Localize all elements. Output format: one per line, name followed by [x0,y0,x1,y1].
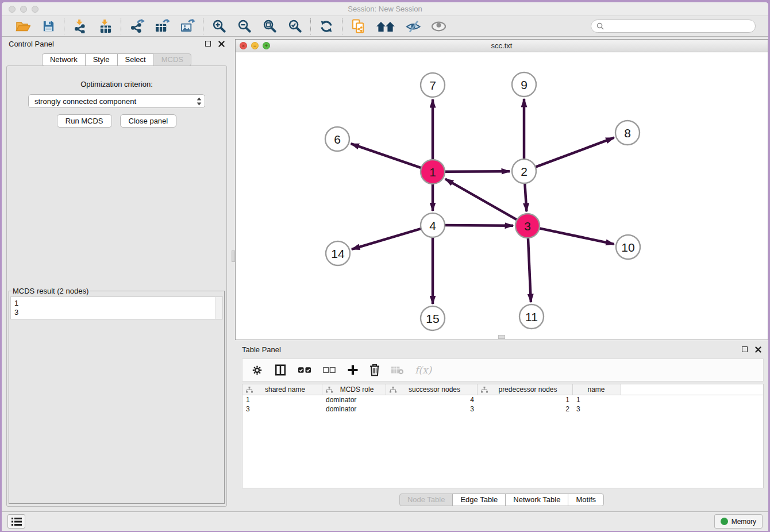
table-tabs: Node Table Edge Table Network Table Moti… [235,488,768,511]
copy-network-icon [351,19,365,33]
table-header-row: shared nameMCDS rolesuccessor nodesprede… [242,384,763,395]
import-table-button[interactable] [97,18,113,34]
table-cell: 1 [478,396,573,404]
result-scrollbar[interactable] [215,297,222,319]
export-table-icon [155,19,170,33]
network-splitter-grip[interactable] [498,335,505,339]
graph-edge-3-11[interactable] [528,237,531,302]
table-cell: dominator [322,396,386,404]
network-close-button[interactable]: × [240,42,247,49]
network-canvas[interactable]: 7968124314101511 [236,52,768,340]
houses-button[interactable] [375,18,396,34]
float-panel-icon[interactable] [205,41,211,47]
graph-edge-4-3[interactable] [444,225,513,226]
close-panel-button[interactable]: Close panel [120,114,177,128]
tab-network-table[interactable]: Network Table [505,494,568,506]
deselect-all-button[interactable] [323,367,336,373]
zoom-fit-button[interactable] [261,18,278,34]
column-header-name[interactable]: name [573,384,621,395]
refresh-button[interactable] [318,18,334,34]
tab-mcds[interactable]: MCDS [153,53,191,66]
sort-icon [390,387,396,393]
column-header-successor-nodes[interactable]: successor nodes [386,384,478,395]
graph-edge-4-14[interactable] [352,229,422,249]
graph-node-label: 10 [621,241,634,254]
tab-style[interactable]: Style [85,53,118,66]
close-panel-icon[interactable] [218,41,225,47]
graph-edge-3-1[interactable] [445,179,518,220]
checked-boxes-icon [298,366,312,374]
criterion-select[interactable]: strongly connected component [28,94,205,108]
refresh-icon [319,20,333,33]
hide-details-button[interactable] [405,18,421,34]
export-image-button[interactable] [179,18,195,34]
network-graph[interactable]: 7968124314101511 [236,52,768,340]
status-bar: Memory [2,511,768,531]
table-panel-header: Table Panel [235,342,768,356]
column-header-MCDS-role[interactable]: MCDS role [322,384,386,395]
zoom-out-icon [237,19,252,33]
column-header-label: predecessor nodes [488,385,572,394]
graph-edge-1-6[interactable] [351,144,422,168]
select-all-button[interactable] [298,366,312,374]
mcds-result-box[interactable]: 1 3 [10,296,223,319]
window-titlebar: Session: New Session [2,2,768,16]
zoom-in-button[interactable] [211,18,227,34]
graph-node-label: 3 [524,219,531,233]
export-network-button[interactable] [129,18,145,34]
tab-node-table[interactable]: Node Table [399,494,453,506]
control-panel-header: Control Panel [2,37,232,51]
save-session-button[interactable] [40,18,56,34]
table-settings-button[interactable] [251,364,263,376]
main-toolbar [2,16,768,37]
sort-icon [481,387,488,393]
graph-edge-2-8[interactable] [535,138,614,167]
graph-edge-2-3[interactable] [525,183,526,211]
delete-row-button[interactable] [369,364,380,376]
export-table-button[interactable] [154,18,170,34]
show-columns-button[interactable] [274,364,287,376]
import-network-icon [73,19,87,33]
eye-slash-icon [406,20,421,33]
column-header-label: shared name [253,385,322,394]
tab-edge-table[interactable]: Edge Table [452,494,506,506]
float-panel-icon[interactable] [742,346,748,352]
table-cell: dominator [322,405,386,413]
control-panel-tabs: Network Style Select MCDS [2,53,232,66]
criterion-value: strongly connected component [34,97,136,106]
graph-edge-3-10[interactable] [539,228,614,244]
copy-network-button[interactable] [350,18,366,34]
column-header-shared-name[interactable]: shared name [242,384,322,395]
close-panel-icon[interactable] [755,346,761,353]
delete-table-button[interactable] [391,365,404,375]
graph-edge-1-2[interactable] [444,171,510,172]
task-list-button[interactable] [7,514,25,529]
column-header-predecessor-nodes[interactable]: predecessor nodes [478,384,573,395]
tab-select[interactable]: Select [117,53,154,66]
table-row[interactable]: 3dominator323 [242,404,763,414]
tab-network[interactable]: Network [42,53,86,66]
network-maximize-button[interactable]: + [263,42,270,49]
zoom-out-button[interactable] [236,18,252,34]
network-minimize-button[interactable]: − [251,42,259,49]
run-mcds-button[interactable]: Run MCDS [57,114,112,128]
memory-button[interactable]: Memory [714,514,763,529]
table-row[interactable]: 1dominator411 [242,395,763,404]
zoom-in-icon [212,19,226,33]
add-row-button[interactable] [347,364,359,376]
show-details-button[interactable] [430,18,446,34]
table-toolbar: f(x) [242,358,764,381]
table-panel-title: Table Panel [242,345,281,354]
table-cell: 1 [573,396,621,404]
open-session-button[interactable] [15,18,31,34]
tab-motifs[interactable]: Motifs [568,494,604,506]
function-builder-button[interactable]: f(x) [415,364,432,376]
graph-node-label: 1 [429,165,436,179]
import-network-button[interactable] [72,18,88,34]
graph-node-label: 14 [331,247,345,260]
zoom-selected-button[interactable] [287,18,303,34]
zoom-selected-icon [288,19,302,33]
sort-icon [246,387,253,393]
search-field[interactable] [591,20,756,33]
select-stepper-icon [197,97,202,106]
